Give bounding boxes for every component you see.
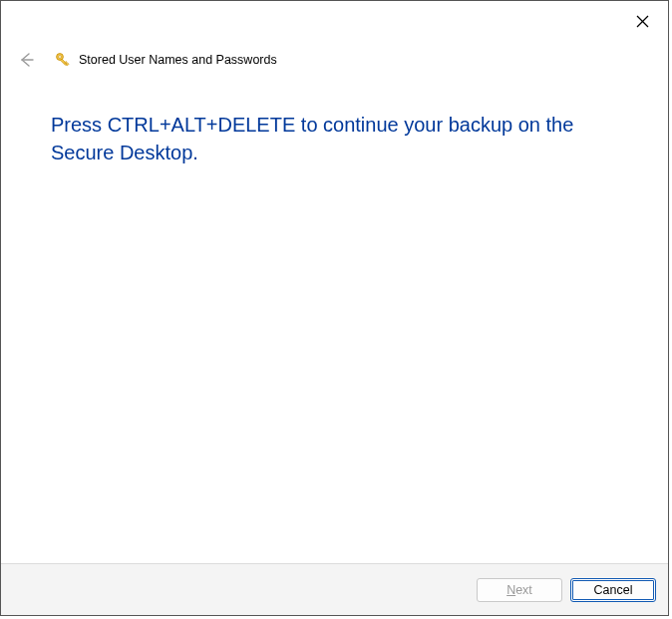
key-icon (53, 50, 73, 70)
dialog-title: Stored User Names and Passwords (79, 53, 277, 67)
close-button[interactable] (628, 7, 656, 35)
next-label-suffix: ext (515, 583, 532, 597)
svg-point-4 (59, 56, 62, 59)
footer-bar: Next Cancel (1, 563, 668, 615)
cancel-button[interactable]: Cancel (570, 578, 656, 602)
dialog-window: Stored User Names and Passwords Press CT… (0, 0, 669, 616)
next-accesskey: N (506, 583, 515, 597)
header-bar: Stored User Names and Passwords (1, 1, 668, 83)
cancel-label: Cancel (594, 583, 633, 597)
content-area: Press CTRL+ALT+DELETE to continue your b… (1, 83, 668, 563)
instruction-text: Press CTRL+ALT+DELETE to continue your b… (51, 111, 630, 166)
arrow-left-icon (17, 51, 35, 69)
next-button: Next (477, 578, 562, 602)
close-icon (636, 15, 649, 28)
back-button[interactable] (13, 47, 39, 73)
